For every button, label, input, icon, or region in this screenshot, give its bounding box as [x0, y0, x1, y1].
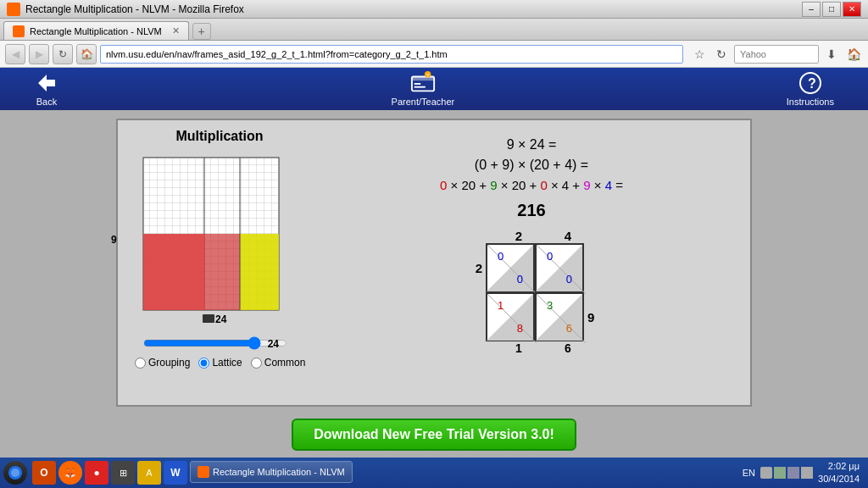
svg-line-23 — [537, 294, 586, 343]
tray-icon-3 — [787, 467, 799, 479]
eq3-op2: × 20 + — [501, 178, 541, 192]
window-title: Rectangle Multiplication - NLVM - Mozill… — [25, 3, 802, 15]
equation-2: (0 + 9) × (20 + 4) = — [334, 158, 729, 173]
y-axis-label: 9 — [111, 234, 117, 246]
equation-3: 0 × 20 + 9 × 20 + 0 × 4 + 9 × 4 = — [334, 178, 729, 192]
eq3-op1: × 20 + — [450, 178, 490, 192]
lattice-cell-10: 1 8 — [486, 292, 535, 341]
title-bar: Rectangle Multiplication - NLVM - Mozill… — [0, 0, 868, 19]
tab-title: Rectangle Multiplication - NLVM — [30, 26, 162, 36]
row-right-label: 9 — [584, 310, 601, 324]
col-header-1: 2 — [494, 229, 543, 243]
svg-point-25 — [11, 469, 19, 477]
cell-10-bot: 8 — [517, 322, 523, 335]
maximize-button[interactable]: □ — [822, 2, 841, 17]
eq3-op3: × 4 + — [551, 178, 583, 192]
eq3-op4: × — [594, 178, 605, 192]
lattice-bottom-labels: 1 6 — [494, 341, 593, 355]
download-button[interactable]: Download New Free Trial Version 3.0! — [292, 419, 576, 451]
eq3-part5: 4 — [605, 178, 612, 192]
svg-rect-19 — [203, 314, 214, 323]
start-button[interactable] — [3, 461, 27, 485]
common-radio[interactable]: Common — [251, 357, 306, 369]
lattice-row-1: 2 0 0 0 0 — [462, 243, 601, 292]
tab-bar: Rectangle Multiplication - NLVM ✕ + — [0, 19, 868, 41]
eq3-part1: 0 — [440, 178, 447, 192]
forward-button[interactable]: ▶ — [29, 44, 49, 64]
x-axis-label: 24 — [268, 338, 279, 350]
multiplication-grid[interactable]: 24 — [126, 149, 287, 331]
svg-line-21 — [537, 245, 586, 294]
parent-teacher-label: Parent/Teacher — [392, 97, 455, 107]
tray-area: EN 2:02 μμ 30/4/2014 — [737, 460, 865, 486]
search-input[interactable] — [734, 45, 819, 64]
taskbar-firefox-icon[interactable]: 🦊 — [58, 461, 82, 485]
star-icon[interactable]: ☆ — [690, 45, 709, 64]
clock: 2:02 μμ 30/4/2014 — [818, 460, 860, 486]
time: 2:02 μμ — [818, 460, 860, 473]
back-nav-icon — [34, 71, 59, 95]
equation-1: 9 × 24 = — [334, 137, 729, 152]
taskbar-item-icon — [198, 466, 209, 478]
taskbar-word-icon[interactable]: W — [164, 461, 187, 485]
home-button[interactable]: 🏠 — [76, 44, 97, 64]
cell-00-top: 0 — [498, 250, 504, 263]
svg-text:?: ? — [808, 76, 816, 91]
panel-title: Multiplication — [126, 129, 313, 144]
active-tab[interactable]: Rectangle Multiplication - NLVM ✕ — [3, 21, 189, 40]
instructions-icon: ? — [798, 71, 823, 95]
value-slider[interactable] — [143, 336, 287, 350]
taskbar-icon-3[interactable]: ● — [85, 461, 108, 485]
cell-11-top: 3 — [547, 299, 553, 312]
tab-favicon — [13, 25, 25, 37]
taskbar-icon-1[interactable]: O — [32, 461, 56, 485]
toolbar-icons: ☆ ↻ — [690, 45, 731, 64]
content-panel: Multiplication 9 — [116, 119, 752, 407]
lattice-row-2: 1 8 3 6 9 — [462, 292, 601, 341]
tray-icons — [760, 467, 813, 479]
svg-rect-4 — [415, 86, 426, 88]
svg-line-22 — [487, 294, 537, 343]
instructions-label: Instructions — [787, 97, 834, 107]
lattice-col-headers: 2 4 — [494, 229, 593, 243]
refresh-icon[interactable]: ↻ — [712, 45, 731, 64]
tray-icon-4 — [801, 467, 813, 479]
window-controls: – □ ✕ — [802, 2, 861, 17]
eq3-part4: 9 — [583, 178, 590, 192]
lattice-radio[interactable]: Lattice — [198, 357, 242, 369]
svg-text:24: 24 — [215, 313, 227, 325]
nav-toolbar: Back ? Parent/Teacher ? Instructions — [0, 68, 868, 110]
back-button[interactable]: ◀ — [5, 44, 25, 64]
tray-icon-2 — [774, 467, 786, 479]
svg-marker-0 — [38, 75, 55, 92]
taskbar-icon-5[interactable]: A — [137, 461, 161, 485]
download-icon[interactable]: ⬇ — [822, 45, 841, 64]
svg-rect-15 — [204, 234, 240, 310]
result: 216 — [334, 201, 729, 220]
grouping-radio[interactable]: Grouping — [135, 357, 190, 369]
back-nav-label: Back — [36, 97, 57, 107]
row-header-1: 2 — [462, 261, 486, 275]
svg-rect-14 — [143, 234, 204, 310]
lattice-cell-11: 3 6 — [535, 292, 584, 341]
parent-teacher-button[interactable]: ? Parent/Teacher — [392, 71, 455, 107]
svg-rect-3 — [415, 83, 421, 85]
address-bar: ◀ ▶ ↻ 🏠 ☆ ↻ ⬇ 🏠 — [0, 41, 868, 68]
new-tab-button[interactable]: + — [192, 23, 211, 40]
close-button[interactable]: ✕ — [843, 2, 861, 17]
slider-area — [143, 336, 313, 353]
url-input[interactable] — [100, 45, 683, 64]
tab-close-icon[interactable]: ✕ — [172, 25, 180, 36]
col-header-2: 4 — [543, 229, 593, 243]
taskbar-icon-4[interactable]: ⊞ — [111, 461, 135, 485]
minimize-button[interactable]: – — [802, 2, 821, 17]
grid-wrapper: 9 — [126, 149, 287, 335]
refresh-button[interactable]: ↻ — [53, 44, 73, 64]
home-nav-icon[interactable]: 🏠 — [844, 45, 863, 64]
eq3-part2: 9 — [490, 178, 497, 192]
instructions-button[interactable]: ? Instructions — [787, 71, 834, 107]
svg-rect-16 — [240, 234, 279, 310]
svg-line-20 — [487, 245, 537, 294]
back-nav-button[interactable]: Back — [34, 71, 59, 107]
taskbar-active-item[interactable]: Rectangle Multiplication - NLVM — [190, 461, 353, 483]
